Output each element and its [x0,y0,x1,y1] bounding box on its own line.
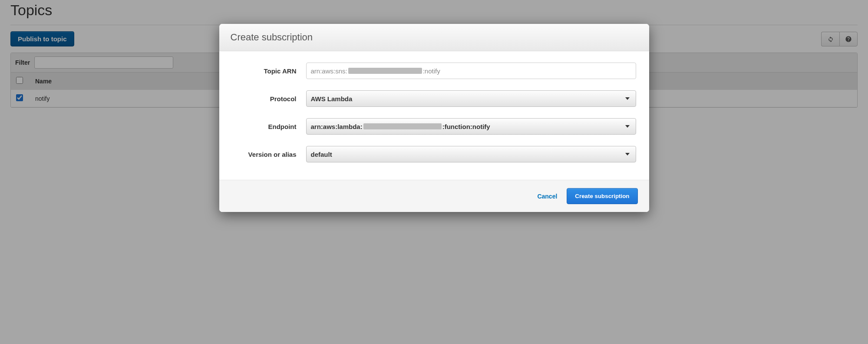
topic-arn-input[interactable]: arn:aws:sns: :notify [306,63,636,79]
topic-arn-label: Topic ARN [232,67,306,75]
version-select[interactable]: default [306,146,636,162]
cancel-button[interactable]: Cancel [537,193,557,200]
version-value: default [311,151,332,158]
protocol-select[interactable]: AWS Lambda [306,90,636,107]
modal-overlay: Create subscription Topic ARN arn:aws:sn… [0,0,868,344]
protocol-label: Protocol [232,95,306,103]
dialog-title: Create subscription [219,24,649,51]
topic-arn-suffix: :notify [423,67,440,75]
create-subscription-button[interactable]: Create subscription [567,188,637,204]
chevron-down-icon [625,153,630,155]
redacted-region-account [348,68,422,74]
chevron-down-icon [625,125,630,128]
create-subscription-dialog: Create subscription Topic ARN arn:aws:sn… [219,24,649,212]
topic-arn-prefix: arn:aws:sns: [311,67,347,75]
endpoint-select[interactable]: arn:aws:lambda: :function:notify [306,118,636,135]
chevron-down-icon [625,97,630,100]
endpoint-label: Endpoint [232,123,306,130]
endpoint-suffix: :function:notify [442,123,490,130]
version-label: Version or alias [232,151,306,158]
protocol-value: AWS Lambda [311,95,353,103]
endpoint-prefix: arn:aws:lambda: [311,123,363,130]
redacted-region-account [363,123,442,129]
